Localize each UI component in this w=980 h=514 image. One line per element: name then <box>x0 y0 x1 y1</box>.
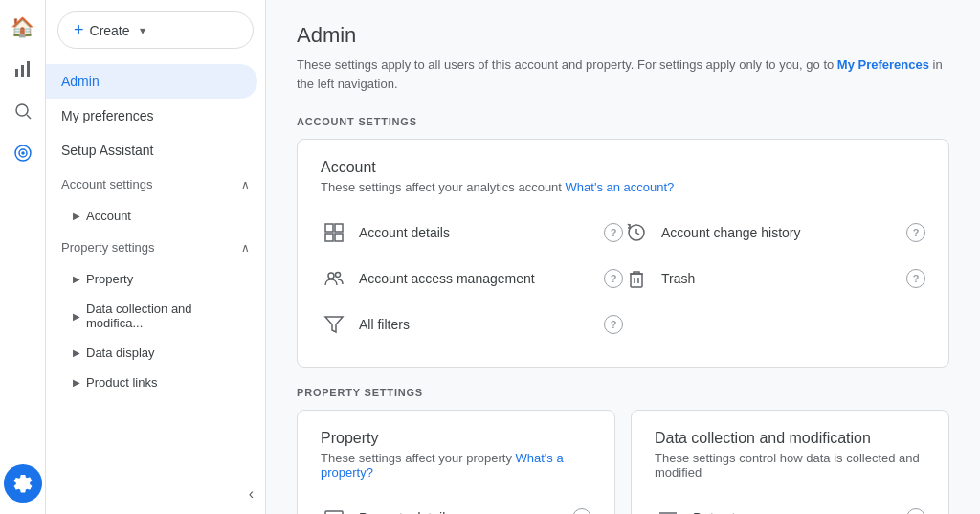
gear-icon[interactable] <box>4 464 42 503</box>
svg-rect-2 <box>27 61 30 77</box>
account-card-subtitle: These settings affect your analytics acc… <box>321 180 925 194</box>
account-card: Account These settings affect your analy… <box>297 139 949 368</box>
account-details-label: Account details <box>359 225 592 240</box>
trash-item[interactable]: Trash ? <box>623 256 925 302</box>
all-filters-help-icon[interactable]: ? <box>604 315 623 334</box>
page-subtitle: These settings apply to all users of thi… <box>297 56 949 93</box>
account-access-icon <box>321 265 347 292</box>
property-details-icon <box>321 504 347 514</box>
chevron-up-icon-2: ∧ <box>241 241 250 255</box>
sidebar-item-admin[interactable]: Admin <box>46 64 257 99</box>
account-access-item[interactable]: Account access management ? <box>321 256 623 302</box>
svg-rect-11 <box>335 234 343 241</box>
chart-icon[interactable] <box>4 50 42 88</box>
account-change-history-label: Account change history <box>661 225 895 240</box>
data-streams-icon <box>655 504 681 514</box>
account-details-help-icon[interactable]: ? <box>604 223 623 242</box>
data-collection-card: Data collection and modification These s… <box>631 410 949 514</box>
create-button[interactable]: + Create ▾ <box>57 11 254 49</box>
main-content: Admin These settings apply to all users … <box>266 0 980 514</box>
my-preferences-link[interactable]: My Preferences <box>837 57 929 72</box>
svg-rect-16 <box>631 274 642 287</box>
property-card-title: Property <box>321 430 591 447</box>
account-settings-header[interactable]: Account settings ∧ <box>46 168 265 201</box>
arrow-icon-4: ▶ <box>73 347 80 358</box>
create-label: Create <box>90 23 130 38</box>
sidebar-item-account[interactable]: ▶ Account <box>46 201 257 231</box>
data-streams-help-icon[interactable]: ? <box>906 508 925 514</box>
chevron-down-icon: ▾ <box>140 24 145 37</box>
search-icon[interactable] <box>4 92 42 130</box>
whats-account-link[interactable]: What's an account? <box>566 180 675 194</box>
account-card-title: Account <box>321 159 925 176</box>
svg-point-3 <box>16 104 28 116</box>
sidebar: + Create ▾ Admin My preferences Setup As… <box>46 0 266 514</box>
account-change-history-help-icon[interactable]: ? <box>906 223 925 242</box>
collapse-button[interactable]: ‹ <box>249 485 254 503</box>
all-filters-label: All filters <box>359 317 592 332</box>
account-right-col: Account change history ? Trash ? <box>623 210 925 347</box>
arrow-icon-2: ▶ <box>73 274 80 284</box>
sidebar-item-preferences[interactable]: My preferences <box>46 99 257 133</box>
sidebar-item-product-links[interactable]: ▶ Product links <box>46 368 257 397</box>
property-details-label: Property details <box>359 510 561 514</box>
svg-marker-14 <box>325 317 343 332</box>
plus-icon: + <box>74 20 84 40</box>
property-settings-grid: Property These settings affect your prop… <box>297 410 949 514</box>
account-access-help-icon[interactable]: ? <box>604 269 623 288</box>
svg-point-12 <box>328 273 334 279</box>
account-change-history-icon <box>623 219 650 246</box>
trash-label: Trash <box>661 271 895 286</box>
svg-rect-1 <box>21 65 24 77</box>
svg-rect-8 <box>325 224 333 232</box>
data-streams-item[interactable]: Data streams ? <box>655 495 925 514</box>
svg-rect-9 <box>335 224 343 232</box>
data-collection-card-title: Data collection and modification <box>655 430 925 447</box>
page-title: Admin <box>297 23 949 48</box>
property-details-help-icon[interactable]: ? <box>572 508 591 514</box>
chevron-up-icon: ∧ <box>241 178 250 191</box>
arrow-icon: ▶ <box>73 211 80 221</box>
home-icon[interactable]: 🏠 <box>4 8 42 46</box>
account-items-grid: Account details ? Account access managem… <box>321 210 925 347</box>
arrow-icon-3: ▶ <box>73 311 80 322</box>
sidebar-item-property[interactable]: ▶ Property <box>46 264 257 294</box>
account-details-item[interactable]: Account details ? <box>321 210 623 256</box>
all-filters-item[interactable]: All filters ? <box>321 302 623 347</box>
data-collection-card-subtitle: These settings control how data is colle… <box>655 451 925 480</box>
svg-point-13 <box>336 273 341 278</box>
icon-rail: 🏠 <box>0 0 46 514</box>
account-access-label: Account access management <box>359 271 592 286</box>
sidebar-item-data-display[interactable]: ▶ Data display <box>46 338 257 368</box>
svg-line-4 <box>27 115 31 119</box>
account-change-history-item[interactable]: Account change history ? <box>623 210 925 256</box>
property-details-item[interactable]: Property details ? <box>321 495 591 514</box>
trash-help-icon[interactable]: ? <box>906 269 925 288</box>
all-filters-icon <box>321 311 347 338</box>
svg-rect-10 <box>325 234 333 241</box>
data-streams-label: Data streams <box>693 510 895 514</box>
svg-rect-0 <box>15 69 18 77</box>
sidebar-item-setup[interactable]: Setup Assistant <box>46 133 257 168</box>
property-card-subtitle: These settings affect your property What… <box>321 451 591 480</box>
account-details-icon <box>321 219 347 246</box>
account-settings-label: ACCOUNT SETTINGS <box>297 116 949 127</box>
arrow-icon-5: ▶ <box>73 377 80 388</box>
property-settings-label: PROPERTY SETTINGS <box>297 387 949 398</box>
property-settings-header[interactable]: Property settings ∧ <box>46 231 265 264</box>
sidebar-item-data-collection[interactable]: ▶ Data collection and modifica... <box>46 294 257 338</box>
property-card: Property These settings affect your prop… <box>297 410 615 514</box>
svg-point-7 <box>22 152 24 154</box>
trash-icon <box>623 265 650 292</box>
account-left-col: Account details ? Account access managem… <box>321 210 623 347</box>
target-icon[interactable] <box>4 134 42 172</box>
